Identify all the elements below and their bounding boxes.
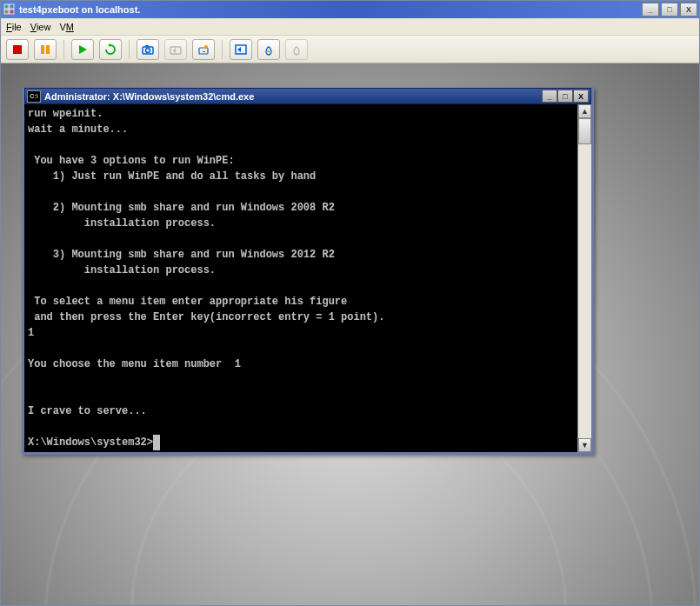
cmd-line: To select a menu item enter appropriate … [28, 294, 574, 310]
cmd-line [28, 388, 574, 403]
svg-rect-2 [4, 10, 9, 14]
scroll-thumb[interactable] [578, 118, 591, 144]
vm-display[interactable]: C:\ Administrator: X:\Windows\system32\c… [1, 63, 699, 605]
svg-rect-4 [13, 45, 22, 54]
cmd-line: wait a minute... [28, 122, 574, 137]
menu-vm[interactable]: VM [59, 22, 74, 32]
cmd-window: C:\ Administrator: X:\Windows\system32\c… [22, 88, 594, 455]
svg-rect-11 [145, 45, 149, 47]
cmd-line: 1 [28, 325, 574, 341]
svg-point-18 [268, 50, 270, 52]
vmware-titlebar[interactable]: test4pxeboot on localhost. _ □ X [1, 1, 699, 18]
svg-rect-13 [199, 48, 208, 54]
cmd-line [28, 231, 574, 247]
vmware-title: test4pxeboot on localhost. [19, 4, 642, 15]
cmd-line: and then press the Enter key(incorrect e… [28, 310, 574, 325]
snapshot-manager-button[interactable] [192, 39, 215, 60]
svg-rect-6 [46, 45, 50, 54]
svg-point-14 [204, 45, 208, 49]
cmd-line [28, 372, 574, 388]
snapshot-button[interactable] [137, 39, 159, 60]
menubar: File View VM [1, 18, 699, 36]
stop-button[interactable] [6, 39, 29, 60]
cmd-line: installation process. [28, 216, 574, 231]
toolbar-separator [222, 40, 223, 59]
cmd-line: You have 3 options to run WinPE: [28, 153, 574, 169]
cmd-line: 1) Just run WinPE and do all tasks by ha… [28, 169, 574, 184]
devices-disabled-button[interactable] [285, 39, 308, 60]
vmware-window: test4pxeboot on localhost. _ □ X File Vi… [0, 0, 700, 606]
cmd-line [28, 184, 574, 200]
menu-file[interactable]: File [6, 22, 22, 32]
cmd-line: X:\Windows\system32> [28, 435, 574, 450]
cmd-line: I crave to serve... [28, 403, 574, 419]
cmd-line [28, 137, 574, 153]
svg-point-10 [146, 48, 150, 52]
svg-marker-17 [237, 47, 241, 52]
toolbar-separator [129, 40, 130, 59]
cmd-titlebar[interactable]: C:\ Administrator: X:\Windows\system32\c… [24, 88, 591, 104]
svg-rect-0 [4, 4, 9, 9]
play-button[interactable] [71, 39, 94, 60]
devices-button[interactable] [257, 39, 280, 60]
cursor [153, 435, 160, 450]
maximize-button[interactable]: □ [661, 3, 678, 17]
vmware-icon [3, 3, 17, 17]
cmd-line: 3) Mounting smb share and run Windows 20… [28, 247, 574, 263]
pause-button[interactable] [34, 39, 57, 60]
fullscreen-button[interactable] [230, 39, 252, 60]
cmd-icon: C:\ [27, 90, 41, 103]
revert-button[interactable] [164, 39, 187, 60]
toolbar [1, 36, 699, 63]
cmd-close-button[interactable]: X [573, 90, 589, 103]
svg-marker-7 [79, 45, 87, 54]
cmd-minimize-button[interactable]: _ [542, 90, 557, 103]
cmd-title: Administrator: X:\Windows\system32\cmd.e… [44, 91, 542, 102]
minimize-button[interactable]: _ [642, 3, 659, 17]
cmd-maximize-button[interactable]: □ [557, 90, 573, 103]
svg-rect-5 [41, 45, 44, 54]
close-button[interactable]: X [680, 3, 697, 17]
cmd-line [28, 341, 574, 356]
cmd-line: You choose the menu item number 1 [28, 356, 574, 372]
scroll-track[interactable] [578, 118, 591, 438]
toolbar-separator [63, 40, 64, 59]
svg-rect-1 [10, 4, 14, 9]
scroll-up-button[interactable]: ▲ [578, 104, 591, 118]
cmd-line: run wpeinit. [28, 106, 574, 122]
cmd-line: installation process. [28, 263, 574, 278]
svg-marker-8 [108, 43, 110, 47]
cmd-line [28, 278, 574, 294]
cmd-scrollbar: ▲ ▼ [577, 104, 591, 452]
scroll-down-button[interactable]: ▼ [578, 438, 591, 452]
cmd-line [28, 419, 574, 435]
menu-view[interactable]: View [30, 22, 51, 32]
svg-rect-3 [10, 10, 14, 14]
cmd-content[interactable]: run wpeinit.wait a minute... You have 3 … [24, 104, 577, 452]
reset-button[interactable] [99, 39, 122, 60]
cmd-line: 2) Mounting smb share and run Windows 20… [28, 200, 574, 216]
svg-rect-15 [203, 51, 205, 52]
